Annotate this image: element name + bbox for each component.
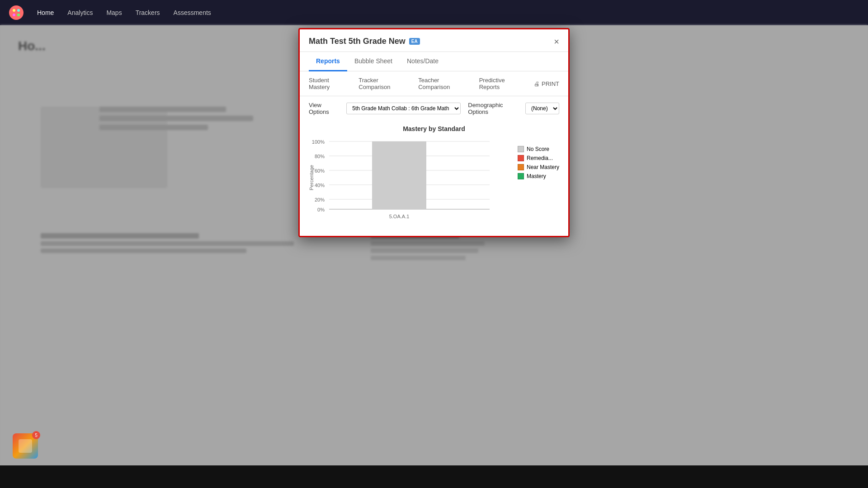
sub-tab-teacher-comparison[interactable]: Teacher Comparison <box>418 75 470 92</box>
legend-no-score: No Score <box>518 146 559 152</box>
svg-text:20%: 20% <box>315 197 325 202</box>
sub-tabs: Student Mastery Tracker Comparison Teach… <box>300 71 568 96</box>
tab-notes-date[interactable]: Notes/Date <box>400 52 446 71</box>
chart-svg: 100% 80% 60% 40% 20% 0% Percentage <box>309 137 503 225</box>
modal-title-text: Math Test 5th Grade New <box>309 37 406 46</box>
modal-dialog: Math Test 5th Grade New EA × Reports Bub… <box>298 28 570 237</box>
svg-point-1 <box>17 9 20 12</box>
legend-color-remediation <box>518 155 524 161</box>
modal-tabs: Reports Bubble Sheet Notes/Date <box>300 52 568 71</box>
print-icon: 🖨 <box>534 80 540 87</box>
modal-title: Math Test 5th Grade New EA <box>309 37 420 46</box>
modal-header: Math Test 5th Grade New EA × <box>300 29 568 52</box>
legend-remediation: Remedia... <box>518 155 559 161</box>
sub-tab-predictive-reports[interactable]: Predictive Reports <box>479 75 525 92</box>
nav-maps[interactable]: Maps <box>106 9 122 16</box>
view-options-select[interactable]: 5th Grade Math Collab : 6th Grade Math <box>346 103 461 114</box>
legend-label-no-score: No Score <box>527 146 549 152</box>
print-label: PRINT <box>542 80 559 87</box>
widget-badge[interactable]: 5 <box>13 433 38 459</box>
svg-text:40%: 40% <box>315 183 325 188</box>
demographic-options-label: Demographic Options <box>468 102 518 115</box>
legend-label-remediation: Remedia... <box>527 155 553 161</box>
svg-text:100%: 100% <box>312 139 325 145</box>
legend-mastery: Mastery <box>518 173 559 179</box>
nav-assessments[interactable]: Assessments <box>174 9 211 16</box>
top-navigation: Home Analytics Maps Trackers Assessments <box>0 0 868 25</box>
tab-reports[interactable]: Reports <box>309 52 347 71</box>
sub-tab-tracker-comparison[interactable]: Tracker Comparison <box>359 75 409 92</box>
svg-point-3 <box>17 14 20 16</box>
bar-no-score <box>372 141 426 209</box>
print-button[interactable]: 🖨 PRINT <box>534 80 559 87</box>
view-options-label: View Options <box>309 102 339 115</box>
svg-point-0 <box>13 9 15 12</box>
chart-container: Mastery by Standard 100% 80% 60% 40% 20%… <box>300 121 568 236</box>
chart-wrapper: 100% 80% 60% 40% 20% 0% Percentage <box>309 137 559 227</box>
legend-color-near-mastery <box>518 164 524 170</box>
svg-text:5.OA.A.1: 5.OA.A.1 <box>389 214 410 219</box>
modal-close-button[interactable]: × <box>554 37 559 46</box>
options-row: View Options 5th Grade Math Collab : 6th… <box>300 96 568 121</box>
sub-tab-student-mastery[interactable]: Student Mastery <box>309 75 349 92</box>
ea-badge: EA <box>409 38 420 45</box>
svg-text:60%: 60% <box>315 168 325 174</box>
tab-bubble-sheet[interactable]: Bubble Sheet <box>347 52 400 71</box>
app-logo <box>9 5 24 20</box>
bottom-bar <box>0 465 868 488</box>
chart-area: 100% 80% 60% 40% 20% 0% Percentage <box>309 137 509 227</box>
legend-label-mastery: Mastery <box>527 173 546 179</box>
svg-text:0%: 0% <box>317 207 325 212</box>
svg-text:Percentage: Percentage <box>309 165 314 190</box>
nav-home[interactable]: Home <box>37 9 54 16</box>
svg-point-2 <box>13 14 15 16</box>
legend-color-mastery <box>518 173 524 179</box>
chart-title: Mastery by Standard <box>309 125 559 132</box>
svg-text:80%: 80% <box>315 154 325 159</box>
legend-label-near-mastery: Near Mastery <box>527 164 559 170</box>
nav-analytics[interactable]: Analytics <box>67 9 93 16</box>
legend-near-mastery: Near Mastery <box>518 164 559 170</box>
demographic-options-select[interactable]: (None) <box>525 103 559 114</box>
nav-trackers[interactable]: Trackers <box>136 9 160 16</box>
chart-legend: No Score Remedia... Near Mastery Mastery <box>518 137 559 179</box>
legend-color-no-score <box>518 146 524 152</box>
notification-badge: 5 <box>32 431 40 439</box>
